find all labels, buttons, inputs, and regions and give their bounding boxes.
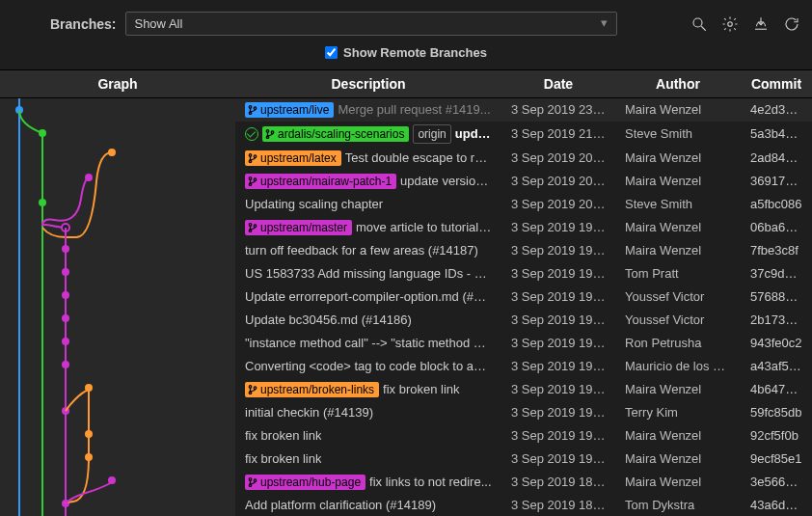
commit-message: US 1583733 Add missing language IDs - 09… bbox=[245, 265, 492, 283]
branch-tag[interactable]: ardalis/scaling-scenarios bbox=[262, 126, 409, 142]
svg-point-39 bbox=[254, 225, 257, 228]
commit-message: upda... bbox=[455, 125, 492, 143]
fetch-icon[interactable] bbox=[752, 15, 770, 33]
commit-date: 3 Sep 2019 19:14 bbox=[501, 309, 615, 332]
commit-author: Tom Dykstra bbox=[615, 494, 741, 516]
description-cell: upstream/hub-pagefix links to not redire… bbox=[235, 471, 501, 494]
commit-row[interactable]: upstream/liveMerge pull request #1419...… bbox=[0, 98, 812, 122]
search-icon[interactable] bbox=[690, 15, 708, 33]
branch-tag[interactable]: upstream/live bbox=[245, 102, 334, 118]
commit-message: fix links to not redire... bbox=[369, 474, 491, 491]
description-cell: fix broken link bbox=[235, 424, 501, 448]
refresh-icon[interactable] bbox=[783, 15, 800, 33]
commit-hash: 3691754b bbox=[741, 170, 812, 193]
commit-author: Youssef Victor bbox=[615, 285, 741, 309]
commit-date: 3 Sep 2019 19:27 bbox=[501, 216, 615, 239]
description-cell: upstream/liveMerge pull request #1419... bbox=[235, 98, 501, 122]
svg-point-6 bbox=[39, 129, 46, 137]
commit-author: Mauricio de los San... bbox=[615, 355, 741, 378]
commit-date: 3 Sep 2019 23:27 bbox=[501, 98, 615, 122]
svg-point-8 bbox=[108, 149, 116, 156]
svg-point-27 bbox=[254, 107, 257, 110]
commit-date: 3 Sep 2019 19:01 bbox=[501, 448, 615, 471]
description-cell: Update bc30456.md (#14186) bbox=[235, 309, 501, 332]
commit-message: Update errorreport-compiler-option.md (#… bbox=[245, 288, 492, 306]
col-description[interactable]: Description bbox=[235, 70, 501, 98]
remote-label: origin bbox=[413, 124, 450, 144]
commit-message: fix broken link bbox=[245, 450, 321, 468]
svg-point-25 bbox=[249, 106, 252, 109]
commit-date: 3 Sep 2019 18:45 bbox=[501, 471, 615, 494]
branch-tag[interactable]: upstream/broken-links bbox=[245, 382, 379, 397]
commit-message: fix broken link bbox=[245, 427, 321, 445]
commit-author: Maira Wenzel bbox=[615, 424, 741, 448]
commit-author: Tom Pratt bbox=[615, 262, 741, 285]
branch-tag[interactable]: upstream/master bbox=[245, 220, 352, 235]
svg-point-16 bbox=[62, 338, 69, 345]
commit-hash: 9ecf85e1 bbox=[741, 448, 812, 471]
branches-label: Branches: bbox=[50, 16, 116, 32]
commit-message: Converting <code> tag to code block to a… bbox=[245, 358, 492, 375]
commit-message: Add platform clarification (#14189) bbox=[245, 497, 436, 514]
branch-tag[interactable]: upstream/hub-page bbox=[245, 475, 365, 490]
commit-hash: 2ad84bf7 bbox=[741, 147, 812, 170]
svg-line-1 bbox=[701, 26, 706, 31]
commit-hash: 4e2d355b bbox=[741, 98, 812, 122]
col-graph[interactable]: Graph bbox=[0, 70, 235, 98]
commit-message: initial checkin (#14139) bbox=[245, 404, 373, 421]
commit-hash: a5fbc086 bbox=[741, 193, 812, 216]
description-cell: fix broken link bbox=[235, 448, 501, 471]
commit-hash: 2b1732a4 bbox=[741, 309, 812, 332]
commit-date: 3 Sep 2019 19:04 bbox=[501, 378, 615, 401]
commit-author: Maira Wenzel bbox=[615, 147, 741, 170]
commit-date: 3 Sep 2019 19:26 bbox=[501, 239, 615, 262]
current-branch-icon bbox=[245, 127, 258, 141]
svg-point-42 bbox=[254, 387, 257, 390]
commit-author: Maira Wenzel bbox=[615, 448, 741, 471]
col-author[interactable]: Author bbox=[615, 70, 741, 98]
commit-hash: 7fbe3c8f bbox=[741, 239, 812, 262]
description-cell: Update errorreport-compiler-option.md (#… bbox=[235, 285, 501, 309]
col-date[interactable]: Date bbox=[501, 70, 615, 98]
svg-point-33 bbox=[254, 155, 257, 158]
svg-point-7 bbox=[39, 199, 46, 206]
commit-hash: 37c9da37 bbox=[741, 262, 812, 285]
commit-hash: 3e566025 bbox=[741, 471, 812, 494]
commit-date: 3 Sep 2019 20:27 bbox=[501, 170, 615, 193]
show-remote-checkbox[interactable] bbox=[325, 46, 338, 59]
commit-message: Update bc30456.md (#14186) bbox=[245, 312, 412, 329]
commit-date: 3 Sep 2019 20:47 bbox=[501, 147, 615, 170]
branch-tag[interactable]: upstream/mairaw-patch-1 bbox=[245, 174, 396, 189]
col-commit[interactable]: Commit bbox=[741, 70, 812, 98]
svg-point-34 bbox=[249, 177, 252, 180]
commit-date: 3 Sep 2019 19:24 bbox=[501, 262, 615, 285]
commit-message: fix broken link bbox=[383, 381, 459, 398]
commit-author: Ron Petrusha bbox=[615, 332, 741, 355]
branches-select[interactable]: Show All bbox=[125, 12, 617, 36]
svg-point-37 bbox=[249, 224, 252, 227]
description-cell: US 1583733 Add missing language IDs - 09… bbox=[235, 262, 501, 285]
svg-point-13 bbox=[62, 268, 69, 276]
commit-hash: 92cf5f0b bbox=[741, 424, 812, 448]
commit-date: 3 Sep 2019 19:04 bbox=[501, 401, 615, 424]
branch-tag[interactable]: upstream/latex bbox=[245, 150, 341, 166]
show-remote-label[interactable]: Show Remote Branches bbox=[325, 45, 487, 60]
commit-message: "instance method call" --> "static metho… bbox=[245, 335, 492, 352]
commit-date: 3 Sep 2019 18:17 bbox=[501, 494, 615, 516]
graph-cell bbox=[0, 98, 235, 517]
gear-icon[interactable] bbox=[721, 15, 739, 33]
commit-hash: 06ba6e56 bbox=[741, 216, 812, 239]
commit-date: 3 Sep 2019 19:19 bbox=[501, 285, 615, 309]
commit-author: Terry Kim bbox=[615, 401, 741, 424]
svg-point-0 bbox=[693, 18, 702, 27]
svg-point-40 bbox=[249, 386, 252, 389]
svg-point-14 bbox=[62, 291, 69, 299]
commit-author: Maira Wenzel bbox=[615, 378, 741, 401]
description-cell: Updating scaling chapter bbox=[235, 193, 501, 216]
commit-message: Test double escape to re... bbox=[345, 149, 492, 167]
commit-date: 3 Sep 2019 21:37 bbox=[501, 122, 615, 147]
description-cell: upstream/mastermove article to tutorials… bbox=[235, 216, 501, 239]
commit-author: Steve Smith bbox=[615, 193, 741, 216]
commit-author: Maira Wenzel bbox=[615, 216, 741, 239]
commit-message: update version... bbox=[400, 173, 492, 190]
